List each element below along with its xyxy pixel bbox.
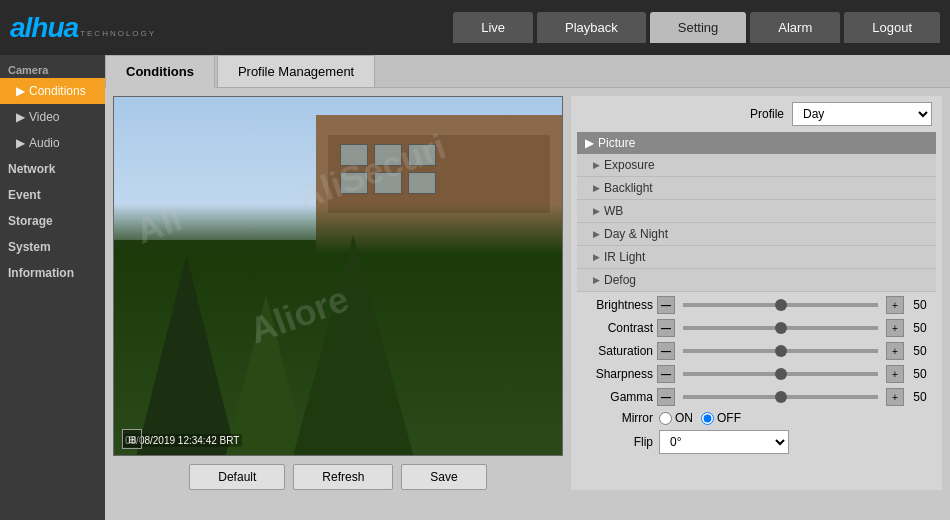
saturation-plus-button[interactable]: + <box>886 342 904 360</box>
sharpness-slider-track <box>683 372 878 376</box>
mirror-on-radio[interactable] <box>659 412 672 425</box>
menu-item-wb[interactable]: ▶ WB <box>577 200 936 223</box>
brightness-slider-track <box>683 303 878 307</box>
saturation-label: Saturation <box>581 344 653 358</box>
nav-tabs: Live Playback Setting Alarm Logout <box>453 12 940 43</box>
mirror-row: Mirror ON OFF <box>581 411 932 425</box>
refresh-button[interactable]: Refresh <box>293 464 393 490</box>
nav-tab-playback[interactable]: Playback <box>537 12 646 43</box>
saturation-slider-thumb[interactable] <box>775 345 787 357</box>
sidebar-arrow-video: ▶ <box>16 110 25 124</box>
wb-label: WB <box>604 204 623 218</box>
content-area: Conditions Profile Management <box>105 55 950 520</box>
nav-tab-logout[interactable]: Logout <box>844 12 940 43</box>
backlight-label: Backlight <box>604 181 653 195</box>
sidebar-item-video[interactable]: ▶ Video <box>0 104 105 130</box>
contrast-value: 50 <box>908 321 932 335</box>
nav-tab-alarm[interactable]: Alarm <box>750 12 840 43</box>
menu-item-defog[interactable]: ▶ Defog <box>577 269 936 292</box>
defog-arrow-icon: ▶ <box>593 275 600 285</box>
mirror-off-radio[interactable] <box>701 412 714 425</box>
sidebar-item-information[interactable]: Information <box>0 260 105 286</box>
sharpness-plus-button[interactable]: + <box>886 365 904 383</box>
picture-section-header[interactable]: ▶ Picture <box>577 132 936 154</box>
sharpness-slider-thumb[interactable] <box>775 368 787 380</box>
camera-action-buttons: Default Refresh Save <box>113 464 563 490</box>
sidebar-camera-section: Camera <box>0 60 105 78</box>
controls-area: Brightness — + 50 Contrast — + 50 <box>571 292 942 463</box>
gamma-value: 50 <box>908 390 932 404</box>
menu-item-day-night[interactable]: ▶ Day & Night <box>577 223 936 246</box>
header: alhua TECHNOLOGY Live Playback Setting A… <box>0 0 950 55</box>
default-button[interactable]: Default <box>189 464 285 490</box>
menu-item-backlight[interactable]: ▶ Backlight <box>577 177 936 200</box>
flip-row: Flip 0° 90° 180° 270° <box>581 430 932 454</box>
sharpness-value: 50 <box>908 367 932 381</box>
sidebar: Camera ▶ Conditions ▶ Video ▶ Audio Netw… <box>0 55 105 520</box>
garden-scene <box>114 97 562 455</box>
camera-feed: Ali Aliore AliSecuri 03/08/2019 12:34:42… <box>113 96 563 456</box>
backlight-arrow-icon: ▶ <box>593 183 600 193</box>
logo: alhua TECHNOLOGY <box>10 12 156 44</box>
brightness-slider-thumb[interactable] <box>775 299 787 311</box>
saturation-slider-track <box>683 349 878 353</box>
ir-light-arrow-icon: ▶ <box>593 252 600 262</box>
nav-tab-setting[interactable]: Setting <box>650 12 746 43</box>
sharpness-minus-button[interactable]: — <box>657 365 675 383</box>
gamma-plus-button[interactable]: + <box>886 388 904 406</box>
mirror-on-label: ON <box>675 411 693 425</box>
brightness-plus-button[interactable]: + <box>886 296 904 314</box>
menu-item-exposure[interactable]: ▶ Exposure <box>577 154 936 177</box>
picture-menu: ▶ Picture ▶ Exposure ▶ Backlight ▶ WB <box>577 132 936 292</box>
saturation-minus-button[interactable]: — <box>657 342 675 360</box>
sidebar-item-event[interactable]: Event <box>0 182 105 208</box>
content-tabs: Conditions Profile Management <box>105 55 950 88</box>
sidebar-arrow-conditions: ▶ <box>16 84 25 98</box>
contrast-label: Contrast <box>581 321 653 335</box>
brightness-value: 50 <box>908 298 932 312</box>
profile-label: Profile <box>750 107 784 121</box>
flip-label: Flip <box>581 435 653 449</box>
sidebar-item-storage[interactable]: Storage <box>0 208 105 234</box>
flip-select[interactable]: 0° 90° 180° 270° <box>659 430 789 454</box>
profile-select[interactable]: Day Night Normal <box>792 102 932 126</box>
menu-item-ir-light[interactable]: ▶ IR Light <box>577 246 936 269</box>
mirror-off-label: OFF <box>717 411 741 425</box>
brightness-label: Brightness <box>581 298 653 312</box>
defog-label: Defog <box>604 273 636 287</box>
expand-icon: ⊞ <box>128 434 136 445</box>
mirror-on-item: ON <box>659 411 693 425</box>
exposure-label: Exposure <box>604 158 655 172</box>
sidebar-item-network[interactable]: Network <box>0 156 105 182</box>
contrast-minus-button[interactable]: — <box>657 319 675 337</box>
picture-section-label: Picture <box>598 136 635 150</box>
camera-expand-button[interactable]: ⊞ <box>122 429 142 449</box>
gamma-label: Gamma <box>581 390 653 404</box>
contrast-row: Contrast — + 50 <box>581 319 932 337</box>
nav-tab-live[interactable]: Live <box>453 12 533 43</box>
sidebar-item-system[interactable]: System <box>0 234 105 260</box>
sharpness-row: Sharpness — + 50 <box>581 365 932 383</box>
contrast-slider-thumb[interactable] <box>775 322 787 334</box>
saturation-value: 50 <box>908 344 932 358</box>
contrast-plus-button[interactable]: + <box>886 319 904 337</box>
ir-light-label: IR Light <box>604 250 645 264</box>
day-night-label: Day & Night <box>604 227 668 241</box>
gamma-minus-button[interactable]: — <box>657 388 675 406</box>
main-layout: Camera ▶ Conditions ▶ Video ▶ Audio Netw… <box>0 55 950 520</box>
mirror-label: Mirror <box>581 411 653 425</box>
day-night-arrow-icon: ▶ <box>593 229 600 239</box>
logo-text: alhua <box>10 12 78 44</box>
gamma-slider-thumb[interactable] <box>775 391 787 403</box>
sidebar-arrow-audio: ▶ <box>16 136 25 150</box>
exposure-arrow-icon: ▶ <box>593 160 600 170</box>
sidebar-item-conditions[interactable]: ▶ Conditions <box>0 78 105 104</box>
sidebar-item-audio[interactable]: ▶ Audio <box>0 130 105 156</box>
tab-profile-management[interactable]: Profile Management <box>217 55 375 87</box>
tab-conditions[interactable]: Conditions <box>105 55 215 88</box>
content-body: Ali Aliore AliSecuri 03/08/2019 12:34:42… <box>105 88 950 498</box>
brightness-minus-button[interactable]: — <box>657 296 675 314</box>
right-panel: Profile Day Night Normal ▶ Picture ▶ <box>571 96 942 490</box>
save-button[interactable]: Save <box>401 464 486 490</box>
wb-arrow-icon: ▶ <box>593 206 600 216</box>
